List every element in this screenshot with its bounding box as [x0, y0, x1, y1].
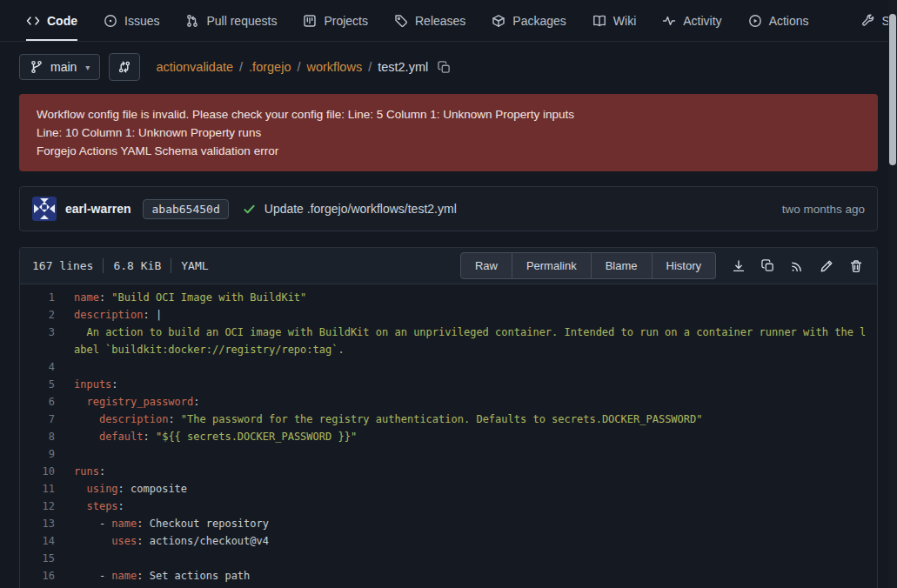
avatar[interactable]	[32, 197, 57, 221]
nav-tab-activity[interactable]: Activity	[662, 0, 721, 41]
line-number[interactable]: 12	[20, 498, 55, 515]
line-content: runs:	[55, 463, 112, 480]
code-line: 8 default: "${{ secrets.DOCKER_PASSWORD …	[20, 428, 877, 445]
line-number[interactable]: 15	[20, 550, 55, 567]
pull-request-icon	[185, 14, 199, 28]
file-info: 167 lines 6.8 KiB YAML	[32, 258, 209, 273]
divider	[171, 258, 171, 273]
page-scrollbar-track[interactable]	[888, 0, 897, 588]
line-number[interactable]: 13	[20, 515, 55, 532]
line-number[interactable]: 11	[20, 480, 55, 498]
code-line: 5inputs:	[20, 376, 877, 393]
line-content: description: "The password for the regis…	[55, 411, 710, 428]
copy-path-icon[interactable]	[438, 61, 451, 74]
commit-hash-badge[interactable]: abab65450d	[143, 199, 228, 219]
nav-tab-issues[interactable]: Issues	[104, 0, 159, 41]
breadcrumb-actionvalidate[interactable]: actionvalidate	[156, 60, 233, 74]
file-path-bar: main ▾ actionvalidate/.forgejo/workflows…	[0, 42, 897, 91]
line-number[interactable]: 1	[20, 289, 55, 306]
line-content: - name: Checkout repository	[55, 515, 276, 532]
book-icon	[592, 14, 606, 28]
commit-message[interactable]: Update .forgejo/workflows/test2.yml	[264, 202, 457, 216]
history-button[interactable]: History	[653, 252, 716, 279]
file-language: YAML	[181, 259, 208, 272]
branch-selector-button[interactable]: main ▾	[19, 54, 100, 80]
error-message-line: Line: 10 Column 1: Unknown Property runs	[37, 124, 860, 142]
compare-button[interactable]	[109, 53, 140, 81]
copy-icon[interactable]	[756, 255, 780, 277]
code-line: 3 An action to build an OCI image with B…	[20, 324, 877, 358]
nav-tab-pull-requests[interactable]: Pull requests	[185, 0, 277, 41]
git-branch-icon	[30, 60, 44, 74]
code-line: 9	[20, 445, 877, 463]
line-content: inputs:	[55, 376, 125, 393]
nav-tab-label: Pull requests	[206, 14, 277, 28]
permalink-button[interactable]: Permalink	[512, 252, 592, 279]
line-number[interactable]: 7	[20, 411, 55, 428]
branch-name: main	[50, 60, 77, 74]
line-number[interactable]: 2	[20, 306, 55, 324]
file-size: 6.8 KiB	[113, 259, 161, 272]
nav-tab-label: Projects	[324, 14, 368, 28]
divider	[103, 258, 104, 273]
line-content: - name: Set actions path	[55, 567, 257, 585]
file-header-bar: 167 lines 6.8 KiB YAML RawPermalinkBlame…	[20, 248, 877, 284]
code-line: 16 - name: Set actions path	[20, 567, 877, 585]
code-line: 11 using: composite	[20, 480, 877, 498]
code-viewer: 1name: "Build OCI Image with BuildKit"2d…	[20, 284, 877, 588]
breadcrumb: actionvalidate/.forgejo/workflows/test2.…	[156, 60, 451, 74]
download-icon[interactable]	[726, 255, 751, 277]
commit-author[interactable]: earl-warren	[65, 202, 131, 216]
line-number[interactable]: 17	[20, 585, 55, 588]
line-number[interactable]: 9	[20, 445, 55, 463]
latest-commit-box: earl-warren abab65450d Update .forgejo/w…	[19, 186, 878, 231]
page-scrollbar-thumb[interactable]	[889, 14, 896, 165]
breadcrumb-test2-yml: test2.yml	[378, 60, 428, 74]
code-line: 1name: "Build OCI Image with BuildKit"	[20, 289, 877, 306]
nav-tab-label: Packages	[512, 14, 566, 28]
pencil-icon[interactable]	[814, 255, 839, 277]
line-number[interactable]: 6	[20, 393, 55, 411]
code-line: 12 steps:	[20, 498, 877, 515]
line-content	[55, 358, 81, 376]
code-line: 10runs:	[20, 463, 877, 480]
nav-tab-label: Code	[47, 14, 77, 28]
code-line: 17 shell: bash	[20, 585, 877, 588]
code-line: 6 registry_password:	[20, 393, 877, 411]
nav-tab-projects[interactable]: Projects	[303, 0, 368, 41]
line-content: using: composite	[55, 480, 194, 498]
nav-tab-code[interactable]: Code	[26, 0, 77, 41]
nav-tab-actions[interactable]: Actions	[748, 0, 809, 41]
line-content	[55, 445, 81, 463]
file-action-icons	[726, 255, 868, 277]
breadcrumb-workflows[interactable]: workflows	[307, 60, 363, 74]
code-line: 13 - name: Checkout repository	[20, 515, 877, 532]
rss-icon[interactable]	[785, 255, 809, 277]
project-icon	[303, 14, 317, 28]
line-number[interactable]: 14	[20, 532, 55, 550]
line-content: name: "Build OCI Image with BuildKit"	[55, 289, 313, 306]
trash-icon[interactable]	[844, 255, 868, 277]
nav-tab-label: Wiki	[613, 14, 636, 28]
line-number[interactable]: 5	[20, 376, 55, 393]
line-number[interactable]: 10	[20, 463, 55, 480]
line-number[interactable]: 3	[20, 324, 55, 358]
nav-tab-packages[interactable]: Packages	[492, 0, 566, 41]
line-content: steps:	[55, 498, 131, 515]
nav-tab-label: Actions	[769, 14, 809, 28]
line-number[interactable]: 8	[20, 428, 55, 445]
line-number[interactable]: 4	[20, 358, 55, 376]
commit-status-check-icon[interactable]	[243, 203, 256, 216]
blame-button[interactable]: Blame	[592, 252, 653, 279]
commit-time: two months ago	[782, 203, 865, 216]
file-line-count: 167 lines	[32, 259, 93, 272]
line-number[interactable]: 16	[20, 567, 55, 585]
code-line: 15	[20, 550, 877, 567]
workflow-error-banner: Workflow config file is invalid. Please …	[19, 94, 878, 171]
git-compare-icon	[117, 60, 131, 74]
line-content: registry_password:	[55, 393, 207, 411]
breadcrumb--forgejo[interactable]: .forgejo	[249, 60, 291, 74]
nav-tab-releases[interactable]: Releases	[394, 0, 465, 41]
nav-tab-wiki[interactable]: Wiki	[592, 0, 636, 41]
raw-button[interactable]: Raw	[460, 252, 512, 279]
